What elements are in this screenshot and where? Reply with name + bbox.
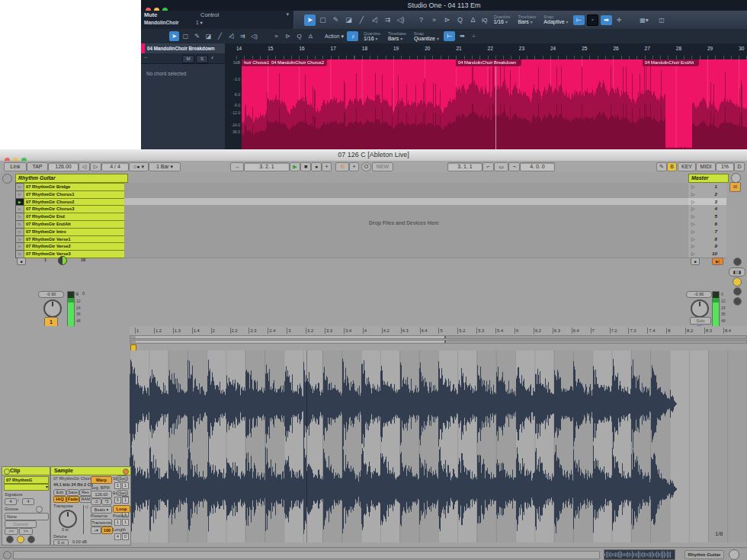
launch-box-toggle-icon[interactable] <box>6 536 14 543</box>
commit-button[interactable]: Commit <box>5 520 37 528</box>
master-cue-solo-button[interactable]: Solo <box>690 317 711 325</box>
arrangement-position-field[interactable]: 3. 2. 1 <box>244 162 290 171</box>
gain-handle-icon[interactable]: ◁ <box>85 504 88 509</box>
time-signature-field[interactable]: 4 / 4 <box>101 162 129 171</box>
monitor-icon[interactable]: ◐ <box>211 55 214 60</box>
metronome-button[interactable]: ○● ▾ <box>129 162 149 171</box>
transient-loop-mode-icon[interactable]: ♪▾ <box>91 526 101 534</box>
range-tool-icon[interactable]: ▢ <box>317 14 329 26</box>
clip-slot[interactable]: ▷07 RhythmGtr Bridge <box>15 183 124 190</box>
edit-snap-relative-icon[interactable]: ÷ <box>469 31 479 41</box>
studio-one-inspector[interactable]: Mute Control ▾ MandolinChoir 1 ▾ <box>141 11 294 29</box>
stop-clip-button[interactable]: ■ <box>17 258 26 265</box>
transpose-value[interactable]: 0 st <box>62 527 69 532</box>
scene-launch-icon[interactable]: ▷ <box>691 213 695 219</box>
half-tempo-button[interactable]: :2 <box>91 498 101 505</box>
iq-label[interactable]: IQ <box>482 18 487 23</box>
number-cell[interactable]: 1 <box>122 497 129 504</box>
scene-launch-icon[interactable]: ▷ <box>691 184 695 189</box>
metronome-icon[interactable]: Δ <box>467 14 479 26</box>
edit-timebase-dropdown[interactable]: Timebase Bars ▾ <box>388 31 406 42</box>
clip-slot[interactable]: ▷07 RhythmGtr Chorus3 <box>15 205 124 212</box>
clip-slot[interactable]: ▷07 RhythmGtr Verse1 <box>15 235 124 242</box>
voices-dropdown[interactable]: 1 ▾ <box>196 20 203 26</box>
clip-slot[interactable]: ▷07 RhythmGtr Chorus1 <box>15 190 124 197</box>
number-cell[interactable]: 1 <box>122 519 129 526</box>
scene-launch-icon[interactable]: ▷ <box>691 206 695 211</box>
detune-value[interactable]: 0 ct <box>53 539 69 546</box>
link-button[interactable]: Link <box>4 162 27 171</box>
edit-follow-icon[interactable]: ⊳ <box>283 31 293 41</box>
clip-slot[interactable]: ▷07 RhythmGtr Verse3 <box>15 250 124 257</box>
loop-brace-end-row[interactable] <box>130 340 747 344</box>
sample-waveform-canvas[interactable] <box>130 350 747 542</box>
track-pan-knob[interactable] <box>43 299 62 318</box>
number-cell[interactable]: 1 <box>114 482 121 489</box>
tempo-field[interactable]: 126.00 <box>48 162 79 171</box>
edit-snap-dropdown[interactable]: Snap Quantize ▾ <box>414 31 439 42</box>
punch-in-icon[interactable]: ⌐ <box>483 162 494 171</box>
clip-panel-header[interactable]: Clip <box>2 467 50 475</box>
computer-midi-keyboard-button[interactable]: B <box>667 162 677 171</box>
signature-numerator[interactable]: 4 <box>5 498 17 505</box>
session-track-header[interactable]: Rhythm Guitar <box>15 174 128 183</box>
edit-eraser-tool-icon[interactable]: ◪ <box>204 31 213 41</box>
hiq-button[interactable]: HiQ <box>53 496 66 503</box>
edit-quantize-dropdown[interactable]: Quantize 1/16 ▾ <box>364 31 380 42</box>
envelope-box-toggle-icon[interactable] <box>27 536 35 543</box>
master-pan-knob[interactable] <box>691 299 709 318</box>
snap-toggle-icon[interactable]: ⊢ <box>573 15 585 25</box>
stop-button[interactable]: ■ <box>300 162 311 171</box>
arrangement-clip-label[interactable]: 04 MandolinChoir EndAlt <box>643 59 699 66</box>
split-tool-icon[interactable]: ╱ <box>356 14 367 26</box>
timebase-dropdown[interactable]: Timebase Bars ▾ <box>518 14 536 25</box>
edit-mute-tool-icon[interactable]: ◁̸ <box>226 31 236 41</box>
loop-end-marker[interactable] <box>136 341 446 343</box>
clip-overview[interactable] <box>604 549 675 560</box>
save-button[interactable]: Save <box>66 489 79 496</box>
edit-button[interactable]: Edit <box>53 489 66 496</box>
number-cell[interactable]: 1 <box>122 482 129 489</box>
edit-range-tool-icon[interactable]: ▢ <box>181 31 191 41</box>
loop-brace-start-row[interactable] <box>130 335 747 339</box>
returns-toggle-icon[interactable] <box>733 287 742 296</box>
note-quantize-icon[interactable]: ♪ <box>347 31 358 41</box>
re-enable-automation-button[interactable]: + <box>349 162 359 171</box>
quantization-menu[interactable]: 1 Bar ▾ <box>149 162 181 171</box>
clip-name[interactable]: 07 RhythmGtr Verse3 <box>24 250 126 258</box>
arrangement-waveform[interactable]: hoir Chorus104 MandolinChoir Chorus204 M… <box>242 59 747 149</box>
gain-slider[interactable] <box>83 505 84 534</box>
autoscroll-icon[interactable]: » <box>428 14 440 26</box>
snap-arrow-icon[interactable]: ➡ <box>601 15 612 25</box>
capture-new-button[interactable]: NEW <box>372 162 393 171</box>
scene-launch-icon[interactable]: ▷ <box>691 191 695 197</box>
mute-tool-icon[interactable]: ◁̸ <box>369 14 380 26</box>
master-play-indicator[interactable]: ▶| <box>712 258 723 265</box>
gain-value[interactable]: 0.00 dB <box>72 539 87 544</box>
nudge-forward-button[interactable]: >> <box>19 528 33 535</box>
arrangement-clip-label[interactable]: hoir Chorus1 <box>242 59 272 66</box>
scene-launch-icon[interactable]: ▷ <box>691 243 695 248</box>
clip-slot[interactable]: ▶07 RhythmGtr Chorus2 <box>15 198 124 205</box>
sample-box-toggle-icon[interactable] <box>17 536 24 543</box>
play-button[interactable]: ▶ <box>290 162 300 171</box>
layout-icon[interactable]: ◫ <box>657 15 667 25</box>
edit-zoom-icon[interactable]: Q <box>294 31 304 41</box>
help-icon[interactable]: ? <box>415 14 427 26</box>
zoom-tool-icon[interactable]: Q <box>454 14 466 26</box>
clip-color-chooser[interactable]: ▾ <box>4 484 49 491</box>
draw-mode-icon[interactable]: ✎ <box>656 162 667 171</box>
automation-arm-button[interactable]: ⟲ <box>335 162 349 171</box>
signature-denominator[interactable]: 4 <box>22 498 34 505</box>
track-name[interactable]: 04 MandolinChoir Breakdown <box>147 43 215 53</box>
edit-snap-toggle-icon[interactable]: ⊢ <box>444 31 455 41</box>
pencil-tool-icon[interactable]: ✎ <box>330 14 341 26</box>
loop-button[interactable]: Loop <box>113 505 130 513</box>
follow-button[interactable]: → <box>230 162 244 171</box>
action-menu[interactable]: Action ▾ <box>325 34 344 40</box>
master-volume-field[interactable]: -0.90 <box>686 291 712 298</box>
end-set-button[interactable]: (Set) <box>117 490 128 496</box>
overdub-button[interactable]: + <box>322 162 332 171</box>
automation-icon[interactable]: ~ <box>144 55 147 60</box>
snap-mode-icon[interactable]: ▫ <box>587 14 598 26</box>
